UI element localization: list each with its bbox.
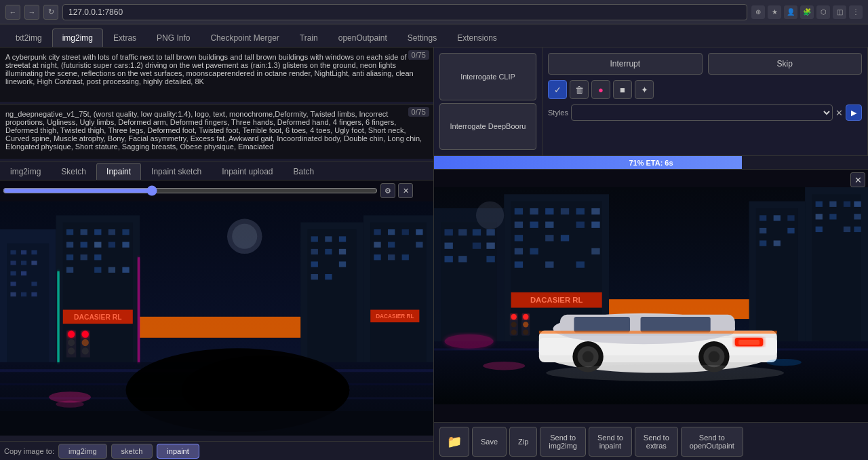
svg-point-168: [483, 362, 525, 370]
styles-select[interactable]: [571, 104, 833, 121]
sub-tabs: img2img Sketch Inpaint Inpaint sketch In…: [0, 161, 433, 180]
main-layout: A cyberpunk city street with lots of tra…: [0, 47, 868, 460]
address-bar[interactable]: 127.0.0.1:7860: [62, 4, 747, 20]
svg-text:DACASIER RL: DACASIER RL: [74, 313, 121, 321]
styles-clear-button[interactable]: ✕: [835, 108, 843, 118]
send-to-openoutpaint-button[interactable]: Send toopenOutpaint: [681, 427, 743, 457]
interrogate-clip-button[interactable]: Interrogate CLIP: [439, 53, 536, 100]
forward-button[interactable]: →: [24, 5, 39, 20]
trash-icon-button[interactable]: 🗑: [570, 80, 589, 99]
svg-point-70: [56, 401, 83, 408]
svg-rect-33: [108, 267, 115, 273]
svg-point-75: [68, 347, 75, 354]
copy-image-row: Copy image to: img2img sketch inpaint: [0, 441, 433, 460]
svg-point-77: [82, 330, 89, 337]
tab-txt2img[interactable]: txt2img: [5, 28, 52, 47]
output-close-button[interactable]: ✕: [850, 172, 865, 187]
canvas-settings-btn[interactable]: ⚙: [380, 183, 395, 198]
copy-to-inpaint-button[interactable]: inpaint: [157, 444, 199, 459]
tab-extras[interactable]: Extras: [103, 28, 146, 47]
svg-rect-58: [374, 254, 380, 260]
copy-label: Copy image to:: [4, 447, 54, 455]
svg-rect-118: [530, 248, 538, 254]
square-icon-button[interactable]: ■: [613, 80, 632, 99]
tab-train[interactable]: Train: [290, 28, 328, 47]
svg-rect-40: [325, 236, 332, 242]
sub-tab-inpaint-sketch[interactable]: Inpaint sketch: [141, 163, 212, 180]
svg-rect-7: [21, 261, 26, 265]
svg-rect-144: [844, 227, 850, 232]
circle-icon-button[interactable]: ●: [591, 80, 610, 99]
svg-rect-60: [402, 254, 409, 260]
svg-point-79: [82, 347, 89, 354]
svg-rect-52: [388, 229, 395, 235]
svg-rect-4: [21, 250, 26, 254]
save-button[interactable]: Save: [472, 427, 507, 457]
svg-rect-99: [458, 256, 467, 262]
positive-prompt-input[interactable]: A cyberpunk city street with lots of tra…: [0, 47, 433, 102]
canvas-scrollbar[interactable]: [0, 436, 433, 441]
check-icon-button[interactable]: ✓: [548, 80, 567, 99]
sub-tab-batch[interactable]: Batch: [283, 163, 325, 180]
negative-prompt-area: ng_deepnegative_v1_75t, (worst quality, …: [0, 104, 433, 161]
send-to-inpaint-button[interactable]: Send toinpaint: [589, 427, 632, 457]
send-to-img2img-button[interactable]: Send toimg2img: [540, 427, 586, 457]
svg-rect-57: [416, 242, 422, 248]
svg-rect-107: [576, 208, 585, 214]
refresh-button[interactable]: ↻: [43, 5, 58, 20]
interrogate-deepbooru-button[interactable]: Interrogate DeepBooru: [439, 103, 536, 151]
brush-icon-button[interactable]: ✦: [635, 80, 654, 99]
svg-text:DACASIER RL: DACASIER RL: [376, 313, 414, 320]
svg-rect-97: [486, 243, 494, 249]
send-to-extras-button[interactable]: Send toextras: [635, 427, 678, 457]
svg-rect-23: [66, 242, 73, 248]
svg-rect-108: [591, 208, 599, 214]
zip-button[interactable]: Zip: [509, 427, 537, 457]
styles-row: Styles ✕ ▶: [548, 104, 862, 121]
tab-settings[interactable]: Settings: [397, 28, 447, 47]
canvas-close-btn[interactable]: ✕: [398, 183, 413, 198]
svg-point-171: [511, 314, 517, 320]
skip-button[interactable]: Skip: [708, 53, 863, 75]
tab-img2img[interactable]: img2img: [52, 28, 103, 47]
tab-png-info[interactable]: PNG Info: [146, 28, 200, 47]
styles-apply-button[interactable]: ▶: [846, 104, 862, 121]
sub-tab-inpaint-upload[interactable]: Inpaint upload: [212, 163, 283, 180]
back-button[interactable]: ←: [5, 5, 20, 20]
svg-rect-93: [473, 229, 481, 235]
svg-rect-122: [576, 261, 585, 267]
browser-bar: ← → ↻ 127.0.0.1:7860 ⊕ ★ 👤 🧩 ⬡ ◫ ⋮: [0, 0, 868, 24]
svg-rect-119: [591, 248, 599, 254]
svg-rect-112: [576, 222, 585, 228]
svg-rect-104: [530, 208, 538, 214]
open-folder-button[interactable]: 📁: [439, 427, 469, 457]
svg-rect-15: [31, 292, 37, 296]
svg-rect-13: [10, 292, 16, 296]
svg-rect-138: [844, 202, 850, 207]
tab-checkpoint-merger[interactable]: Checkpoint Merger: [200, 28, 289, 47]
positive-char-counter: 0/75: [408, 50, 429, 60]
svg-rect-95: [444, 243, 452, 249]
negative-prompt-input[interactable]: ng_deepnegative_v1_75t, (worst quality, …: [0, 104, 433, 159]
svg-rect-44: [339, 249, 346, 254]
svg-rect-91: [444, 229, 452, 235]
canvas-area: ⚙ ✕: [0, 180, 433, 460]
tab-open-outpaint[interactable]: openOutpaint: [328, 28, 397, 47]
copy-to-sketch-button[interactable]: sketch: [111, 444, 153, 459]
sub-tab-sketch[interactable]: Sketch: [51, 163, 96, 180]
svg-rect-143: [816, 227, 823, 232]
interrupt-button[interactable]: Interrupt: [548, 53, 703, 75]
bottom-bar: 📁 Save Zip Send toimg2img Send toinpaint…: [434, 422, 868, 460]
url-text: 127.0.0.1:7860: [68, 7, 123, 17]
brush-size-slider[interactable]: [3, 185, 378, 196]
sub-tab-inpaint[interactable]: Inpaint: [96, 163, 141, 180]
sub-tab-img2img[interactable]: img2img: [0, 163, 51, 180]
svg-rect-14: [21, 292, 26, 296]
svg-rect-45: [311, 261, 318, 267]
svg-rect-128: [774, 215, 781, 221]
svg-point-172: [511, 322, 517, 327]
tab-extensions[interactable]: Extensions: [447, 28, 507, 47]
svg-rect-139: [854, 202, 861, 207]
ext-icon-2: ★: [768, 5, 781, 19]
copy-to-img2img-button[interactable]: img2img: [58, 444, 107, 459]
